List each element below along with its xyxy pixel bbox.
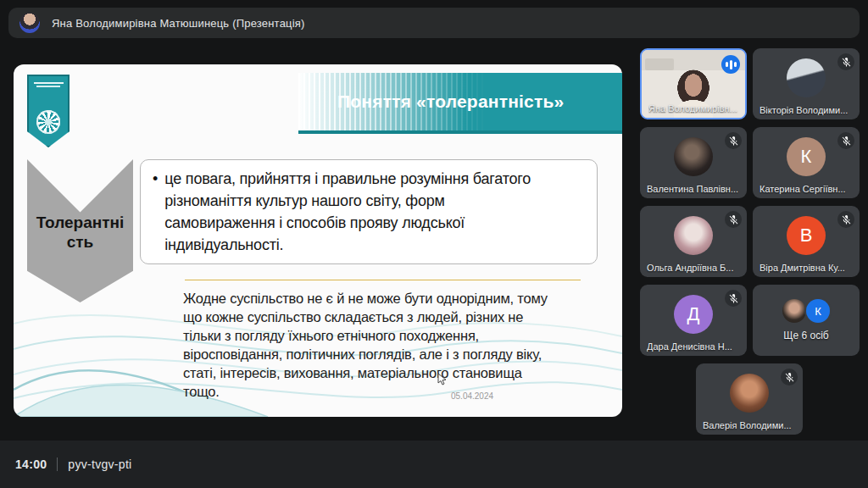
- keyword-chevron-shape: Толерантні сть: [27, 159, 133, 302]
- bullet-marker: •: [153, 168, 158, 257]
- mouse-cursor: [437, 373, 448, 386]
- overflow-label: Ще 6 осіб: [753, 330, 860, 341]
- mic-muted-icon: [837, 211, 854, 228]
- control-bar: 14:00 pyv-tvgv-pti: [0, 441, 868, 488]
- participant-tile-valeriia[interactable]: Валерія Володими...: [696, 363, 803, 435]
- slide-date: 05.04.2024: [451, 391, 493, 401]
- participant-tile-vira[interactable]: В Віра Дмитрівна Ку...: [753, 206, 860, 277]
- presentation-slide: Поняття «толерантність» Толерантні сть •…: [14, 64, 622, 417]
- avatar: [730, 374, 769, 413]
- overflow-avatars: К: [781, 298, 832, 324]
- participant-tile-yana[interactable]: Яна Володимирівн...: [640, 48, 747, 119]
- meeting-code: pyv-tvgv-pti: [68, 458, 131, 471]
- mic-muted-icon: [725, 211, 742, 228]
- letter-avatar: К: [806, 299, 830, 323]
- overflow-tile[interactable]: К Ще 6 осіб: [753, 285, 860, 356]
- letter-avatar: Д: [674, 295, 713, 334]
- participant-tile-viktoria[interactable]: Вікторія Володими...: [753, 48, 860, 119]
- definition-box: • це повага, прийняття і правильне розум…: [140, 159, 598, 264]
- participant-name: Дара Денисівна Н...: [647, 341, 740, 352]
- participant-tile-valentyna[interactable]: Валентина Павлівн...: [640, 127, 747, 198]
- slide-title-banner: Поняття «толерантність»: [298, 73, 622, 134]
- presenter-banner[interactable]: Яна Володимирівна Матюшинець (Презентаці…: [8, 8, 860, 38]
- letter-avatar: К: [787, 137, 826, 176]
- presenter-name: Яна Володимирівна Матюшинець (Презентаці…: [52, 17, 305, 30]
- participant-name: Валерія Володими...: [703, 420, 796, 430]
- presenter-avatar: [19, 13, 40, 33]
- participant-tile-dara[interactable]: Д Дара Денисівна Н...: [640, 285, 747, 356]
- clock-time: 14:00: [15, 458, 47, 471]
- mic-muted-icon: [837, 132, 854, 149]
- divider-line: [185, 280, 581, 280]
- participant-tile-olha[interactable]: Ольга Андріївна Б...: [640, 206, 747, 277]
- mic-muted-icon: [725, 290, 742, 307]
- participant-name: Ольга Андріївна Б...: [647, 263, 740, 273]
- mic-muted-icon: [837, 53, 854, 70]
- avatar: [674, 137, 713, 176]
- university-logo: [27, 75, 70, 147]
- participant-name: Віра Дмитрівна Ку...: [760, 263, 853, 273]
- participant-tile-kateryna[interactable]: К Катерина Сергіївн...: [753, 127, 860, 198]
- meet-window: Яна Володимирівна Матюшинець (Презентаці…: [0, 0, 868, 488]
- slide-title: Поняття «толерантність»: [298, 92, 564, 112]
- mic-muted-icon: [781, 369, 798, 385]
- definition-text: це повага, прийняття і правильне розумін…: [164, 168, 531, 257]
- speaking-indicator-icon: [721, 55, 740, 74]
- participant-name: Катерина Сергіївн...: [760, 184, 853, 194]
- avatar: [782, 299, 806, 323]
- participant-name: Валентина Павлівн...: [647, 184, 740, 194]
- keyword-line1: Толерантні: [27, 214, 133, 233]
- letter-avatar: В: [787, 216, 826, 255]
- body-text: Жодне суспільство не є й не може бути од…: [183, 289, 607, 401]
- avatar: [787, 58, 826, 97]
- participant-name: Вікторія Володими...: [760, 105, 853, 115]
- logo-flower-emblem: [36, 110, 60, 134]
- participant-name: Яна Володимирівн...: [648, 103, 738, 114]
- avatar: [674, 216, 713, 255]
- mic-muted-icon: [725, 132, 742, 149]
- keyword-line2: сть: [27, 233, 133, 252]
- meeting-meta: 14:00 pyv-tvgv-pti: [15, 441, 132, 488]
- divider: [57, 458, 58, 471]
